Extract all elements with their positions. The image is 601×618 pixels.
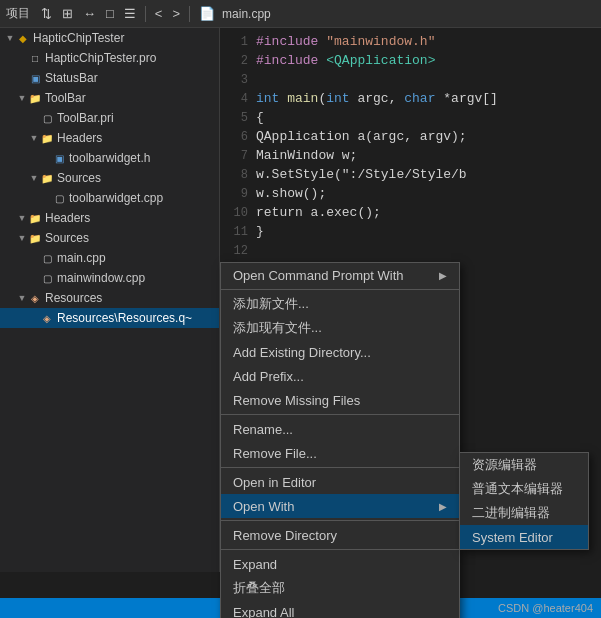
menu-item-label: Remove Missing Files: [233, 393, 360, 408]
line-number: 8: [220, 168, 256, 182]
menu-item-label: Remove Directory: [233, 528, 337, 543]
tree-item-label: mainwindow.cpp: [57, 271, 145, 285]
submenu-item[interactable]: 资源编辑器: [460, 453, 588, 477]
tree-item-label: Headers: [57, 131, 102, 145]
context-menu-item[interactable]: Expand: [221, 552, 459, 576]
context-menu: Open Command Prompt With▶添加新文件...添加现有文件.…: [220, 262, 460, 618]
tree-item[interactable]: 📁Headers: [0, 128, 219, 148]
line-number: 1: [220, 35, 256, 49]
line-number: 2: [220, 54, 256, 68]
back-icon[interactable]: <: [152, 4, 166, 23]
code-line: 8 w.SetStyle(":/Style/Style/b: [220, 165, 601, 184]
tree-arrow: [16, 92, 28, 104]
submenu-item[interactable]: 二进制编辑器: [460, 501, 588, 525]
tree-item-label: HapticChipTester.pro: [45, 51, 156, 65]
tree-item[interactable]: ▣StatusBar: [0, 68, 219, 88]
line-number: 9: [220, 187, 256, 201]
context-menu-item[interactable]: 折叠全部: [221, 576, 459, 600]
tree-item[interactable]: 📁Sources: [0, 228, 219, 248]
tree-item[interactable]: ◈Resources: [0, 288, 219, 308]
line-number: 5: [220, 111, 256, 125]
line-content: int main(int argc, char *argv[]: [256, 91, 498, 106]
file-type-icon: □: [28, 51, 42, 65]
context-menu-item[interactable]: Expand All: [221, 600, 459, 618]
line-number: 3: [220, 73, 256, 87]
submenu-item[interactable]: System Editor: [460, 525, 588, 549]
tree-item[interactable]: ◈Resources\Resources.q~: [0, 308, 219, 328]
submenu-item[interactable]: 普通文本编辑器: [460, 477, 588, 501]
tree-item[interactable]: ◆HapticChipTester: [0, 28, 219, 48]
tree-item-label: ToolBar.pri: [57, 111, 114, 125]
separator2: [189, 6, 190, 22]
tree-arrow: [28, 172, 40, 184]
tree-item-label: Resources\Resources.q~: [57, 311, 192, 325]
context-menu-item[interactable]: Rename...: [221, 417, 459, 441]
context-menu-item[interactable]: Remove Missing Files: [221, 388, 459, 412]
file-type-icon: ◈: [28, 291, 42, 305]
tree-item-label: StatusBar: [45, 71, 98, 85]
forward-icon[interactable]: >: [169, 4, 183, 23]
menu-separator: [221, 289, 459, 290]
menu-item-label: Remove File...: [233, 446, 317, 461]
filter-icon[interactable]: ⊞: [59, 4, 76, 23]
submenu-arrow-icon: ▶: [439, 270, 447, 281]
tree-item-label: Resources: [45, 291, 102, 305]
file-type-icon: 📁: [28, 231, 42, 245]
menu-item-label: Add Prefix...: [233, 369, 304, 384]
menu-item-label: Open Command Prompt With: [233, 268, 404, 283]
line-content: MainWindow w;: [256, 148, 357, 163]
context-menu-item[interactable]: 添加现有文件...: [221, 316, 459, 340]
menu-item-label: Open in Editor: [233, 475, 316, 490]
project-label: 项目: [6, 5, 30, 22]
file-type-icon: ◆: [16, 31, 30, 45]
add-icon[interactable]: □: [103, 4, 117, 23]
submenu-arrow-icon: ▶: [439, 501, 447, 512]
line-number: 12: [220, 244, 256, 258]
tree-item[interactable]: ▢main.cpp: [0, 248, 219, 268]
line-number: 7: [220, 149, 256, 163]
tab-title: main.cpp: [222, 7, 271, 21]
context-menu-item[interactable]: Add Existing Directory...: [221, 340, 459, 364]
tree-item[interactable]: ▢mainwindow.cpp: [0, 268, 219, 288]
tree-arrow: [16, 232, 28, 244]
code-line: 10 return a.exec();: [220, 203, 601, 222]
menu-item-label: 折叠全部: [233, 579, 285, 597]
context-menu-item[interactable]: Remove File...: [221, 441, 459, 465]
tree-item[interactable]: □HapticChipTester.pro: [0, 48, 219, 68]
line-number: 11: [220, 225, 256, 239]
menu-item-label: Expand All: [233, 605, 294, 619]
tree-item[interactable]: 📁ToolBar: [0, 88, 219, 108]
context-menu-item[interactable]: Open in Editor: [221, 470, 459, 494]
tree-item[interactable]: ▢ToolBar.pri: [0, 108, 219, 128]
tree-item[interactable]: ▢toolbarwidget.cpp: [0, 188, 219, 208]
line-content: }: [256, 224, 264, 239]
line-number: 6: [220, 130, 256, 144]
sort-icon[interactable]: ⇅: [38, 4, 55, 23]
context-menu-item[interactable]: Add Prefix...: [221, 364, 459, 388]
menu-icon[interactable]: ☰: [121, 4, 139, 23]
file-type-icon: 📁: [28, 91, 42, 105]
menu-item-label: Add Existing Directory...: [233, 345, 371, 360]
tree-item-label: Headers: [45, 211, 90, 225]
code-line: 4int main(int argc, char *argv[]: [220, 89, 601, 108]
tree-item-label: Sources: [45, 231, 89, 245]
menu-item-label: Open With: [233, 499, 294, 514]
context-menu-item[interactable]: Open Command Prompt With▶: [221, 263, 459, 287]
file-type-icon: 📁: [28, 211, 42, 225]
file-type-icon: ▣: [52, 151, 66, 165]
tree-item[interactable]: 📁Headers: [0, 208, 219, 228]
tree-arrow: [4, 32, 16, 44]
code-line: 3: [220, 70, 601, 89]
tree-item-label: ToolBar: [45, 91, 86, 105]
line-number: 10: [220, 206, 256, 220]
context-menu-item[interactable]: Remove Directory: [221, 523, 459, 547]
menu-separator: [221, 520, 459, 521]
context-menu-item[interactable]: Open With▶: [221, 494, 459, 518]
submenu-item-label: 普通文本编辑器: [472, 480, 563, 498]
link-icon[interactable]: ↔: [80, 4, 99, 23]
tree-item[interactable]: ▣toolbarwidget.h: [0, 148, 219, 168]
context-menu-item[interactable]: 添加新文件...: [221, 292, 459, 316]
tree-item[interactable]: 📁Sources: [0, 168, 219, 188]
code-line: 6 QApplication a(argc, argv);: [220, 127, 601, 146]
menu-separator: [221, 549, 459, 550]
